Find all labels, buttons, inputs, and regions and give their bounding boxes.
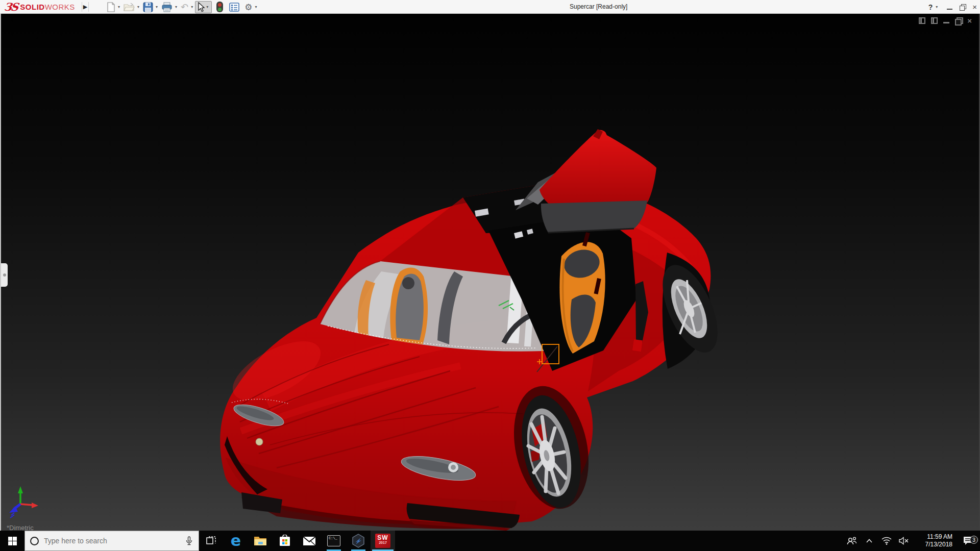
- file-explorer-button[interactable]: [248, 531, 273, 551]
- select-caret-icon[interactable]: ▾: [206, 5, 208, 9]
- select-cursor-icon: [197, 2, 205, 12]
- taskbar-clock[interactable]: 11:59 AM 7/13/2018: [917, 533, 952, 548]
- save-caret-icon[interactable]: ▾: [156, 5, 158, 9]
- mail-icon: [303, 536, 316, 546]
- options-button[interactable]: ⚙: [243, 1, 254, 13]
- print-caret-icon[interactable]: ▾: [175, 5, 177, 9]
- solidworks-taskbar-button[interactable]: SW 2017: [371, 531, 395, 551]
- action-center-button[interactable]: 3: [957, 536, 980, 546]
- store-button[interactable]: [273, 531, 297, 551]
- doc-restore-button[interactable]: [955, 17, 962, 24]
- store-icon: [279, 535, 291, 547]
- solidworks-logo: ЗS SOLIDWORKS: [4, 1, 75, 13]
- hexagon-app-icon: [352, 534, 365, 548]
- document-window-controls: ×: [919, 17, 972, 24]
- quick-access-toolbar: ▾ ▾ ▾: [105, 1, 259, 13]
- orientation-label: *Dimetric: [7, 524, 34, 531]
- system-tray: 11:59 AM 7/13/2018 3: [843, 531, 980, 551]
- doc-minimize-button[interactable]: [943, 22, 949, 23]
- save-icon: [143, 2, 153, 12]
- undo-button[interactable]: ↶: [179, 1, 190, 13]
- restore-button[interactable]: [960, 4, 965, 10]
- rebuild-button[interactable]: [215, 1, 225, 13]
- window-title: Supercar [Read-only]: [570, 3, 627, 10]
- task-view-button[interactable]: [199, 531, 224, 551]
- open-caret-icon[interactable]: ▾: [137, 5, 139, 9]
- start-button[interactable]: [0, 531, 24, 551]
- hexagon-app-button[interactable]: [346, 531, 371, 551]
- options-gear-icon: ⚙: [244, 2, 252, 12]
- undo-icon: ↶: [181, 2, 188, 12]
- windows-logo-icon: [8, 537, 17, 545]
- volume-muted-icon[interactable]: [895, 537, 913, 545]
- task-view-icon: [206, 536, 216, 546]
- taskbar: e C:\_: [0, 531, 980, 551]
- new-document-icon: [106, 2, 115, 12]
- title-bar: ЗS SOLIDWORKS ▶ ▾ ▾: [0, 0, 980, 14]
- new-document-button[interactable]: [105, 1, 117, 13]
- select-tool-button[interactable]: ▾: [195, 1, 212, 13]
- display-pane-icon: [229, 3, 239, 12]
- car-model-render[interactable]: [1, 14, 980, 531]
- open-icon: [124, 3, 135, 12]
- taskbar-search[interactable]: [24, 531, 199, 551]
- undo-caret-icon[interactable]: ▾: [191, 5, 193, 9]
- new-caret-icon[interactable]: ▾: [118, 5, 120, 9]
- command-prompt-icon: C:\_: [327, 535, 340, 546]
- display-pane-button[interactable]: [228, 1, 241, 13]
- brand-mark-icon: ЗS: [3, 1, 18, 13]
- edge-icon: e: [231, 533, 241, 548]
- close-button[interactable]: ×: [972, 3, 977, 11]
- menu-flyout-arrow-icon[interactable]: ▶: [82, 2, 89, 12]
- pane-right-icon[interactable]: [931, 17, 938, 24]
- help-caret-icon[interactable]: ▾: [936, 5, 938, 9]
- tray-date: 7/13/2018: [917, 541, 952, 548]
- show-hidden-icons-chevron[interactable]: [861, 539, 878, 543]
- file-explorer-icon: [254, 535, 267, 546]
- open-button[interactable]: [122, 1, 136, 13]
- options-caret-icon[interactable]: ▾: [255, 5, 257, 9]
- help-button[interactable]: ?: [928, 3, 933, 11]
- tray-time: 11:59 AM: [917, 533, 952, 541]
- window-controls: ? ▾ ×: [928, 0, 977, 14]
- microphone-icon[interactable]: [184, 536, 193, 545]
- search-input[interactable]: [44, 537, 179, 545]
- mail-button[interactable]: [297, 531, 322, 551]
- feature-manager-collapsed-tab[interactable]: [1, 263, 8, 287]
- brand-works: WORKS: [45, 3, 75, 11]
- graphics-viewport[interactable]: ×: [0, 14, 980, 531]
- reference-triad-icon: [9, 486, 38, 518]
- solidworks-2017-icon: SW 2017: [375, 534, 390, 548]
- people-icon[interactable]: [843, 536, 861, 545]
- save-button[interactable]: [141, 1, 155, 13]
- print-button[interactable]: [160, 1, 174, 13]
- cortana-icon: [30, 537, 39, 545]
- edge-button[interactable]: e: [224, 531, 248, 551]
- brand-solid: SOLID: [20, 3, 44, 11]
- notification-badge: 3: [970, 536, 978, 544]
- rebuild-traffic-light-icon: [216, 2, 223, 12]
- wifi-icon[interactable]: [878, 537, 895, 545]
- minimize-button[interactable]: [947, 9, 952, 10]
- command-prompt-button[interactable]: C:\_: [322, 531, 346, 551]
- print-icon: [161, 2, 173, 12]
- doc-close-button[interactable]: ×: [967, 17, 972, 24]
- pane-left-icon[interactable]: [919, 17, 925, 24]
